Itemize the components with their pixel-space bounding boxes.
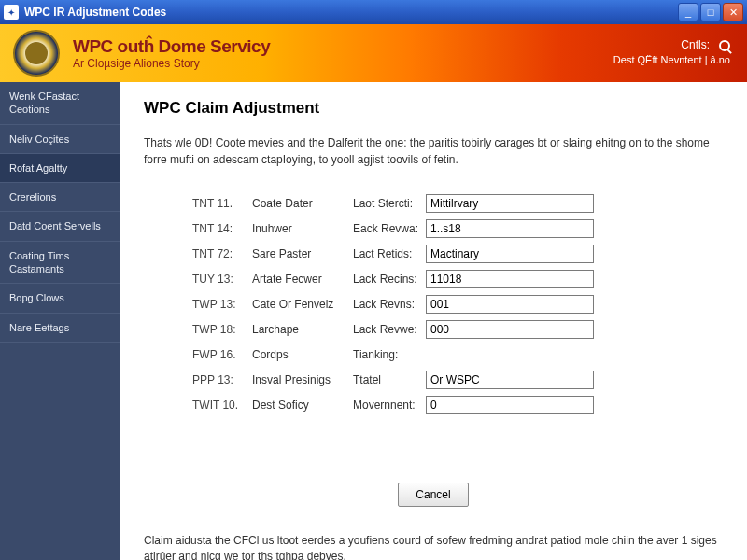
agency-seal-icon — [13, 30, 60, 77]
row-label: Ttatel — [353, 373, 426, 386]
form-row-0: TNT 11.Coate DaterLaot Stercti: — [192, 190, 723, 216]
app-icon: ✦ — [4, 5, 19, 20]
row-code: TWP 18: — [192, 323, 252, 336]
row-input-0[interactable] — [426, 194, 594, 213]
row-code: PPP 13: — [192, 373, 252, 386]
row-input-wrap — [426, 396, 594, 414]
row-code: TNT 11. — [192, 197, 252, 210]
window-title: WPC IR Adjustment Codes — [24, 6, 678, 19]
form-row-8: TWIT 10.Dest SoficyMovernnent: — [192, 392, 723, 417]
form-row-6: FWP 16.CordpsTianking: — [192, 342, 723, 367]
sidebar-item-6[interactable]: Bopg Clows — [0, 284, 120, 313]
row-input-7[interactable] — [426, 371, 594, 389]
row-label: Movernnent: — [353, 399, 426, 412]
cancel-button[interactable]: Cancel — [398, 483, 468, 507]
row-label: Laot Stercti: — [353, 197, 426, 210]
button-row: Cancel — [144, 483, 723, 507]
form-row-2: TNT 72:Sare PasterLact Retids: — [192, 241, 723, 266]
form-rows: TNT 11.Coate DaterLaot Stercti:TNT 14:In… — [192, 190, 723, 417]
row-desc: Cordps — [252, 348, 353, 361]
row-input-wrap — [426, 320, 594, 339]
row-desc: Artate Fecwer — [252, 273, 353, 286]
sidebar: Wenk CFastact Ceotions Neliv Coçites Rof… — [0, 82, 120, 560]
footer-text: Claim aidusta the CFCl us ltoot eerdes a… — [144, 533, 723, 560]
row-input-2[interactable] — [426, 245, 594, 263]
row-label: Lact Retids: — [353, 247, 426, 260]
form-row-3: TUY 13:Artate FecwerLack Recins: — [192, 266, 723, 291]
sidebar-item-5[interactable]: Coating Tims Castamants — [0, 242, 120, 285]
form-row-4: TWP 13:Cate Or FenvelzLack Revns: — [192, 291, 723, 316]
sidebar-item-2[interactable]: Rofat Agaltty — [0, 154, 120, 183]
row-code: TWP 13: — [192, 298, 252, 311]
row-input-wrap — [426, 194, 594, 213]
row-code: TNT 72: — [192, 247, 252, 260]
sidebar-item-4[interactable]: Datd Coent Servells — [0, 212, 120, 241]
row-label: Eack Revwa: — [353, 222, 426, 235]
row-input-8[interactable] — [426, 396, 594, 414]
row-desc: Insval Presinigs — [252, 373, 353, 386]
form-row-5: TWP 18:LarchapeLack Revwe: — [192, 316, 723, 342]
row-input-wrap — [426, 371, 594, 389]
search-icon[interactable] — [719, 40, 730, 51]
row-input-wrap — [426, 245, 594, 263]
header-subtitle: Ar Cloµsige Aliones Story — [73, 57, 270, 70]
row-input-wrap — [426, 270, 594, 288]
sidebar-item-0[interactable]: Wenk CFastact Ceotions — [0, 82, 120, 125]
row-desc: Coate Dater — [252, 197, 353, 210]
row-input-wrap — [426, 219, 594, 238]
app-header: WPC outĥ Dome Servicy Ar Cloµsige Alione… — [0, 24, 747, 82]
row-desc: Sare Paster — [252, 247, 353, 260]
row-desc: Inuhwer — [252, 222, 353, 235]
maximize-button[interactable]: □ — [700, 3, 721, 21]
row-label: Lack Revns: — [353, 298, 426, 311]
window-titlebar: ✦ WPC IR Adjustment Codes _ □ ✕ — [0, 0, 747, 24]
sidebar-item-1[interactable]: Neliv Coçites — [0, 125, 120, 154]
row-code: FWP 16. — [192, 348, 252, 361]
row-label: Tianking: — [353, 348, 426, 361]
row-desc: Larchape — [252, 323, 353, 336]
row-input-5[interactable] — [426, 320, 594, 339]
row-input-wrap — [426, 295, 594, 314]
row-input-1[interactable] — [426, 219, 594, 238]
row-code: TUY 13: — [192, 273, 252, 286]
close-button[interactable]: ✕ — [723, 3, 743, 21]
minimize-button[interactable]: _ — [678, 3, 698, 21]
header-cntls-label: Cntls: — [681, 38, 710, 51]
header-right: Cntls: Dest QËft Nevntent | â.no — [613, 37, 730, 67]
row-desc: Dest Soficy — [252, 399, 353, 412]
row-input-3[interactable] — [426, 270, 594, 288]
sidebar-item-3[interactable]: Crerelions — [0, 183, 120, 212]
row-label: Lack Revwe: — [353, 323, 426, 336]
page-title: WPC Claim Adjustment — [144, 99, 723, 118]
row-code: TNT 14: — [192, 222, 252, 235]
header-text: WPC outĥ Dome Servicy Ar Cloµsige Alione… — [73, 36, 270, 70]
header-title: WPC outĥ Dome Servicy — [73, 36, 270, 57]
row-code: TWIT 10. — [192, 399, 252, 412]
row-label: Lack Recins: — [353, 273, 426, 286]
header-right-line2: Dest QËft Nevntent | â.no — [613, 53, 730, 67]
form-row-7: PPP 13:Insval PresinigsTtatel — [192, 367, 723, 392]
window-controls: _ □ ✕ — [678, 3, 743, 21]
row-desc: Cate Or Fenvelz — [252, 298, 353, 311]
main-content: WPC Claim Adjustment Thats wle 0D! Coote… — [120, 82, 747, 560]
form-row-1: TNT 14:InuhwerEack Revwa: — [192, 216, 723, 241]
intro-text: Thats wle 0D! Coote mevies and the Dalfe… — [144, 134, 723, 168]
row-input-4[interactable] — [426, 295, 594, 314]
sidebar-item-7[interactable]: Nare Eettags — [0, 314, 120, 343]
